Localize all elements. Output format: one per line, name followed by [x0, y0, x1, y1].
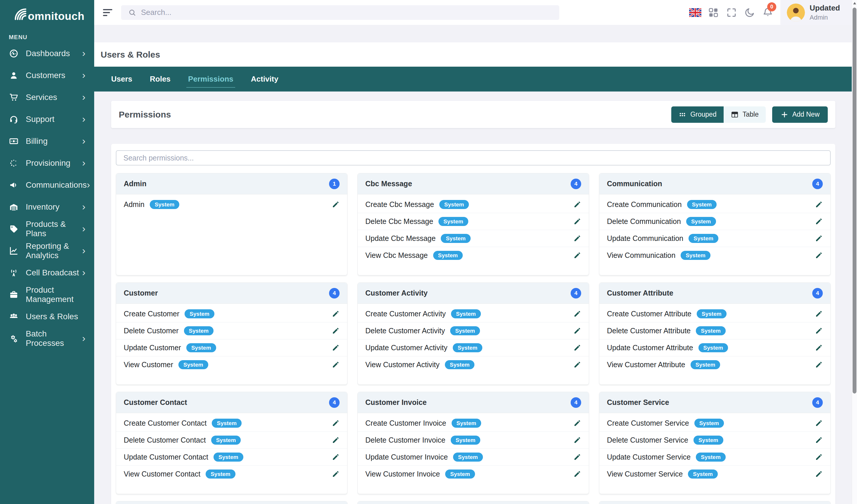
pencil-icon	[573, 218, 581, 225]
pencil-icon	[573, 201, 581, 208]
permission-label: View Communication	[607, 251, 675, 260]
edit-permission-button[interactable]	[815, 419, 823, 427]
tab-roles[interactable]: Roles	[150, 67, 170, 91]
dark-mode-button[interactable]	[741, 0, 759, 25]
permission-row: Create Communication System	[599, 196, 830, 213]
group-card-body: Create Customer Invoice System Delete Cu…	[358, 413, 589, 494]
gears-icon	[9, 333, 19, 344]
edit-permission-button[interactable]	[573, 234, 581, 242]
wifi-arcs-icon	[10, 7, 29, 23]
pencil-icon	[815, 344, 823, 352]
group-card-header	[599, 501, 830, 504]
sidebar-item-label: Users & Roles	[26, 312, 82, 321]
chart-line-icon	[9, 246, 19, 256]
permission-row: View Customer Contact System	[116, 465, 347, 482]
edit-permission-button[interactable]	[815, 344, 823, 352]
permission-label: Create Customer Activity	[365, 310, 446, 318]
system-badge: System	[450, 326, 480, 335]
sidebar-item-product-management[interactable]: Product Management ›	[0, 283, 94, 306]
permission-row: View Customer Service System	[599, 465, 830, 482]
brand-logo[interactable]: omnitouch	[0, 0, 94, 26]
sidebar-item-dashboards[interactable]: Dashboards ›	[0, 42, 94, 64]
permission-row: View Customer Invoice System	[358, 465, 589, 482]
fullscreen-button[interactable]	[722, 0, 741, 25]
apps-menu-button[interactable]	[704, 0, 722, 25]
edit-permission-button[interactable]	[573, 251, 581, 259]
edit-permission-button[interactable]	[332, 453, 340, 461]
sidebar-item-inventory[interactable]: Inventory ›	[0, 196, 94, 218]
edit-permission-button[interactable]	[573, 470, 581, 478]
edit-permission-button[interactable]	[815, 361, 823, 369]
sidebar-item-cell-broadcast[interactable]: Cell Broadcast ›	[0, 262, 94, 283]
edit-permission-button[interactable]	[573, 344, 581, 352]
edit-permission-button[interactable]	[815, 470, 823, 478]
sidebar-item-label: Cell Broadcast	[26, 268, 82, 277]
edit-permission-button[interactable]	[573, 419, 581, 427]
edit-permission-button[interactable]	[332, 436, 340, 444]
edit-permission-button[interactable]	[573, 218, 581, 225]
permission-label: Delete Customer Invoice	[365, 436, 446, 445]
scrollbar-up-arrow[interactable]	[853, 2, 856, 4]
sidebar-item-support[interactable]: Support ›	[0, 108, 94, 130]
system-badge: System	[699, 343, 728, 352]
sidebar-item-batch-processes[interactable]: Batch Processes ›	[0, 327, 94, 349]
tab-users[interactable]: Users	[111, 67, 132, 91]
edit-permission-button[interactable]	[332, 327, 340, 335]
edit-permission-button[interactable]	[815, 436, 823, 444]
sidebar-item-label: Customers	[26, 71, 82, 80]
edit-permission-button[interactable]	[815, 218, 823, 225]
edit-permission-button[interactable]	[573, 201, 581, 208]
table-view-button[interactable]: Table	[724, 106, 766, 123]
edit-permission-button[interactable]	[815, 234, 823, 242]
group-count-badge: 1	[329, 179, 340, 189]
group-card-body: Create Customer Contact System Delete Cu…	[116, 413, 347, 494]
group-title: Communication	[607, 179, 662, 188]
edit-permission-button[interactable]	[815, 453, 823, 461]
scrollbar-thumb[interactable]	[853, 7, 856, 394]
system-badge: System	[451, 436, 481, 445]
edit-permission-button[interactable]	[332, 470, 340, 478]
chevron-right-icon: ›	[82, 92, 85, 102]
loader-dots-icon	[9, 158, 19, 168]
edit-permission-button[interactable]	[332, 344, 340, 352]
sidebar-item-services[interactable]: Services ›	[0, 86, 94, 108]
sidebar-item-provisioning[interactable]: Provisioning ›	[0, 152, 94, 174]
edit-permission-button[interactable]	[332, 201, 340, 208]
permissions-search-input[interactable]	[116, 150, 831, 166]
sidebar-item-label: Services	[26, 93, 82, 102]
pencil-icon	[573, 310, 581, 318]
tab-permissions[interactable]: Permissions	[188, 67, 233, 91]
sidebar-item-billing[interactable]: Billing ›	[0, 130, 94, 152]
sidebar-item-customers[interactable]: Customers ›	[0, 64, 94, 86]
edit-permission-button[interactable]	[815, 251, 823, 259]
edit-permission-button[interactable]	[815, 327, 823, 335]
edit-permission-button[interactable]	[332, 361, 340, 369]
group-count-badge: 4	[812, 179, 823, 189]
edit-permission-button[interactable]	[573, 327, 581, 335]
page-scrollbar[interactable]	[852, 0, 857, 504]
edit-permission-button[interactable]	[815, 310, 823, 318]
language-button[interactable]	[686, 0, 704, 25]
system-badge: System	[686, 217, 716, 226]
user-menu[interactable]: Updated Admin	[780, 0, 852, 25]
notifications-button[interactable]: 0	[759, 0, 777, 25]
search-input[interactable]	[141, 8, 552, 17]
permission-row: View Communication System	[599, 247, 830, 264]
sidebar-item-users-roles[interactable]: Users & Roles ›	[0, 306, 94, 327]
tab-activity[interactable]: Activity	[251, 67, 279, 91]
edit-permission-button[interactable]	[573, 310, 581, 318]
sidebar-item-products-plans[interactable]: Products & Plans ›	[0, 218, 94, 240]
edit-permission-button[interactable]	[815, 201, 823, 208]
edit-permission-button[interactable]	[332, 419, 340, 427]
search-icon	[128, 8, 136, 17]
add-new-button[interactable]: Add New	[772, 106, 828, 123]
sidebar-item-communications[interactable]: Communications ›	[0, 174, 94, 196]
sidebar-toggle-button[interactable]	[103, 9, 113, 16]
edit-permission-button[interactable]	[332, 310, 340, 318]
grouped-view-button[interactable]: Grouped	[671, 106, 724, 123]
edit-permission-button[interactable]	[573, 436, 581, 444]
sidebar-item-label: Provisioning	[26, 158, 82, 168]
edit-permission-button[interactable]	[573, 453, 581, 461]
edit-permission-button[interactable]	[573, 361, 581, 369]
sidebar-item-reporting-analytics[interactable]: Reporting & Analytics ›	[0, 240, 94, 262]
